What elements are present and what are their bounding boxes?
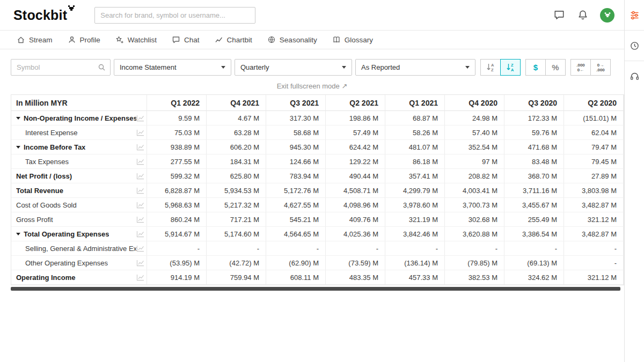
report-basis-dropdown[interactable]: As Reported bbox=[355, 59, 475, 76]
row-chart-icon[interactable] bbox=[136, 231, 147, 238]
row-label: Operating Income bbox=[11, 270, 147, 285]
nav-item-stream[interactable]: Stream bbox=[17, 35, 53, 44]
symbol-input[interactable] bbox=[17, 63, 98, 71]
row-label-text: Cost of Goods Sold bbox=[16, 201, 77, 209]
collapse-caret-icon[interactable] bbox=[16, 117, 20, 120]
period-value: Quarterly bbox=[240, 63, 269, 71]
search-icon bbox=[98, 63, 106, 71]
user-avatar[interactable] bbox=[600, 8, 614, 23]
decimal-button-group: .000 0← 0→ .000 bbox=[570, 59, 611, 76]
row-chart-icon[interactable] bbox=[136, 274, 147, 281]
decimal-decrease-arrow: 0← bbox=[577, 68, 584, 72]
value-cell: 599.32 M bbox=[147, 169, 207, 183]
value-cell: (151.01) M bbox=[564, 111, 624, 125]
svg-text:Z: Z bbox=[511, 63, 514, 68]
value-cell: (62.90) M bbox=[266, 256, 326, 270]
value-cell: 608.11 M bbox=[266, 270, 326, 285]
nav-item-glossary[interactable]: Glossary bbox=[332, 35, 373, 44]
sort-descending-button[interactable]: Z A bbox=[500, 59, 521, 76]
value-cell: 5,174.60 M bbox=[207, 227, 266, 241]
currency-toggle-button[interactable]: $ bbox=[525, 59, 546, 76]
row-chart-icon[interactable] bbox=[136, 144, 147, 151]
decrease-decimal-button[interactable]: .000 0← bbox=[570, 59, 591, 76]
row-label: Net Profit / (loss) bbox=[11, 169, 147, 183]
value-cell: 321.12 M bbox=[564, 212, 624, 227]
value-cell: 5,968.63 M bbox=[147, 198, 207, 212]
nav-item-chartbit[interactable]: Chartbit bbox=[215, 35, 252, 44]
value-cell: 357.41 M bbox=[385, 169, 445, 183]
value-cell: 57.40 M bbox=[445, 125, 504, 140]
value-cell: 471.68 M bbox=[504, 140, 564, 154]
value-cell: 321.19 M bbox=[385, 212, 445, 227]
value-cell: (69.13) M bbox=[504, 256, 564, 270]
value-cell: 75.03 M bbox=[147, 125, 207, 140]
value-cell: 63.28 M bbox=[207, 125, 266, 140]
value-cell: 302.68 M bbox=[445, 212, 504, 227]
home-icon bbox=[17, 35, 25, 44]
support-button[interactable] bbox=[625, 61, 644, 92]
value-cell: 4,003.41 M bbox=[445, 183, 504, 198]
row-label-text: Other Operating Expenses bbox=[25, 259, 108, 267]
value-cell: 5,217.32 M bbox=[207, 198, 266, 212]
row-chart-icon[interactable] bbox=[136, 115, 147, 122]
row-label: Non-Operating Income / Expenses bbox=[11, 111, 147, 125]
collapse-caret-icon[interactable] bbox=[16, 146, 20, 149]
nav-label: Seasonality bbox=[280, 36, 317, 44]
percent-toggle-button[interactable]: % bbox=[545, 59, 566, 76]
exit-fullscreen-link[interactable]: Exit fullscreen mode ↗ bbox=[277, 82, 348, 90]
nav-item-chat[interactable]: Chat bbox=[172, 35, 200, 44]
row-chart-icon[interactable] bbox=[136, 173, 147, 180]
report-toolbar: Income Statement Quarterly As Reported A… bbox=[0, 59, 624, 76]
value-cell: 9.59 M bbox=[147, 111, 207, 125]
row-chart-icon[interactable] bbox=[136, 158, 147, 165]
value-cell: - bbox=[504, 241, 564, 256]
value-cell: 3,803.98 M bbox=[564, 183, 624, 198]
symbol-search-field[interactable] bbox=[11, 59, 111, 76]
column-header-q1-2022: Q1 2022 bbox=[147, 95, 207, 111]
sort-desc-icon: Z A bbox=[506, 62, 516, 72]
nav-label: Stream bbox=[29, 36, 53, 44]
messages-icon[interactable] bbox=[553, 9, 566, 21]
value-cell: (53.95) M bbox=[147, 256, 207, 270]
row-chart-icon[interactable] bbox=[136, 260, 147, 267]
nav-item-seasonality[interactable]: Seasonality bbox=[267, 35, 317, 44]
sort-asc-icon: A Z bbox=[486, 62, 496, 72]
value-cell: - bbox=[266, 241, 326, 256]
row-label: Gross Profit bbox=[11, 212, 147, 227]
collapse-caret-icon[interactable] bbox=[16, 233, 20, 235]
row-chart-icon[interactable] bbox=[136, 245, 147, 252]
nav-label: Watchlist bbox=[128, 36, 157, 44]
row-chart-icon[interactable] bbox=[136, 187, 147, 194]
value-cell: 860.24 M bbox=[147, 212, 207, 227]
horizontal-scrollbar[interactable] bbox=[11, 287, 620, 291]
period-dropdown[interactable]: Quarterly bbox=[235, 59, 352, 76]
global-search-input[interactable] bbox=[94, 7, 255, 24]
history-button[interactable] bbox=[625, 31, 644, 61]
row-label: Income Before Tax bbox=[11, 140, 147, 154]
value-cell: 457.33 M bbox=[385, 270, 445, 285]
stockbit-logo: Stockbit bbox=[13, 8, 75, 23]
chat-bubble-icon bbox=[172, 35, 180, 44]
nav-item-watchlist[interactable]: Watchlist bbox=[115, 35, 157, 44]
row-chart-icon[interactable] bbox=[136, 202, 147, 209]
value-cell: 914.19 M bbox=[147, 270, 207, 285]
value-cell: 79.45 M bbox=[564, 154, 624, 169]
value-cell: 79.47 M bbox=[564, 140, 624, 154]
increase-decimal-button[interactable]: 0→ .000 bbox=[590, 59, 611, 76]
svg-text:A: A bbox=[511, 68, 514, 72]
customize-columns-button[interactable] bbox=[625, 0, 644, 31]
percent-icon: % bbox=[552, 63, 559, 72]
sort-ascending-button[interactable]: A Z bbox=[480, 59, 501, 76]
notifications-bell-icon[interactable] bbox=[576, 9, 589, 21]
value-cell: 198.86 M bbox=[326, 111, 385, 125]
row-label-text: Net Profit / (loss) bbox=[16, 172, 72, 180]
value-cell: 5,914.67 M bbox=[147, 227, 207, 241]
row-label: Other Operating Expenses bbox=[11, 256, 147, 270]
value-cell: 324.62 M bbox=[504, 270, 564, 285]
column-header-q4-2020: Q4 2020 bbox=[445, 95, 504, 111]
row-chart-icon[interactable] bbox=[136, 216, 147, 223]
row-chart-icon[interactable] bbox=[136, 129, 147, 136]
nav-item-profile[interactable]: Profile bbox=[68, 35, 100, 44]
statement-type-dropdown[interactable]: Income Statement bbox=[114, 59, 231, 76]
row-label-text: Gross Profit bbox=[16, 216, 53, 224]
